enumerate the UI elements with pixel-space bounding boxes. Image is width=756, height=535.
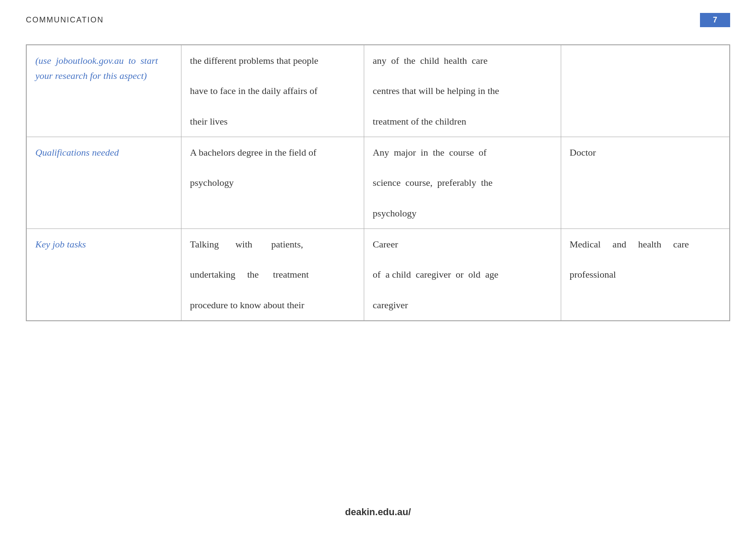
row2-col2-line2: psychology (190, 177, 234, 188)
row3-col2-line2: undertaking the treatment (190, 269, 309, 280)
row3-col4: Medical and health care professional (561, 228, 729, 320)
page-number: 7 (700, 13, 730, 27)
row2-col3-line1: Any major in the course of (373, 147, 487, 158)
row3-col1: Key job tasks (27, 228, 181, 320)
footer-url: deakin.edu.au/ (345, 507, 411, 517)
row2-col4-line1: Doctor (570, 147, 596, 158)
row1-col2-line2: have to face in the daily affairs of (190, 85, 318, 96)
row1-col3: any of the child health care centres tha… (364, 45, 561, 137)
row1-col2: the different problems that people have … (181, 45, 364, 137)
row3-col3: Career of a child caregiver or old age c… (364, 228, 561, 320)
row3-col4-line1: Medical and health care (570, 239, 689, 250)
content-table: (use joboutlook.gov.au to startyour rese… (26, 45, 730, 321)
row1-col2-line3: their lives (190, 116, 228, 127)
row2-col2: A bachelors degree in the field of psych… (181, 137, 364, 228)
header-title: COMMUNICATION (26, 16, 104, 25)
row1-col4 (561, 45, 729, 137)
row3-col2-line3: procedure to know about their (190, 300, 304, 310)
row1-col3-line3: treatment of the children (373, 116, 466, 127)
table-row: Qualifications needed A bachelors degree… (27, 137, 730, 228)
page-header: COMMUNICATION 7 (0, 0, 756, 36)
row2-col1: Qualifications needed (27, 137, 181, 228)
row3-col2-line1: Talking with patients, (190, 239, 303, 250)
row3-col3-line3: caregiver (373, 300, 408, 310)
row1-col1-text: (use joboutlook.gov.au to startyour rese… (35, 55, 158, 81)
row2-col3-line2: science course, preferably the (373, 177, 493, 188)
row2-col3: Any major in the course of science cours… (364, 137, 561, 228)
table-row: Key job tasks Talking with patients, und… (27, 228, 730, 320)
row3-col4-line2: professional (570, 269, 616, 280)
table-row: (use joboutlook.gov.au to startyour rese… (27, 45, 730, 137)
row1-col3-line2: centres that will be helping in the (373, 85, 499, 96)
row2-col4: Doctor (561, 137, 729, 228)
main-table-container: (use joboutlook.gov.au to startyour rese… (26, 44, 730, 321)
row3-col3-line1: Career (373, 239, 398, 250)
row3-col1-text: Key job tasks (35, 239, 86, 250)
footer: deakin.edu.au/ (0, 507, 756, 518)
row2-col2-line1: A bachelors degree in the field of (190, 147, 316, 158)
row2-col1-text: Qualifications needed (35, 147, 119, 158)
row3-col2: Talking with patients, undertaking the t… (181, 228, 364, 320)
row2-col3-line3: psychology (373, 208, 416, 219)
row1-col2-line1: the different problems that people (190, 55, 319, 66)
row3-col3-line2: of a child caregiver or old age (373, 269, 498, 280)
row1-col3-line1: any of the child health care (373, 55, 487, 66)
row1-col1: (use joboutlook.gov.au to startyour rese… (27, 45, 181, 137)
